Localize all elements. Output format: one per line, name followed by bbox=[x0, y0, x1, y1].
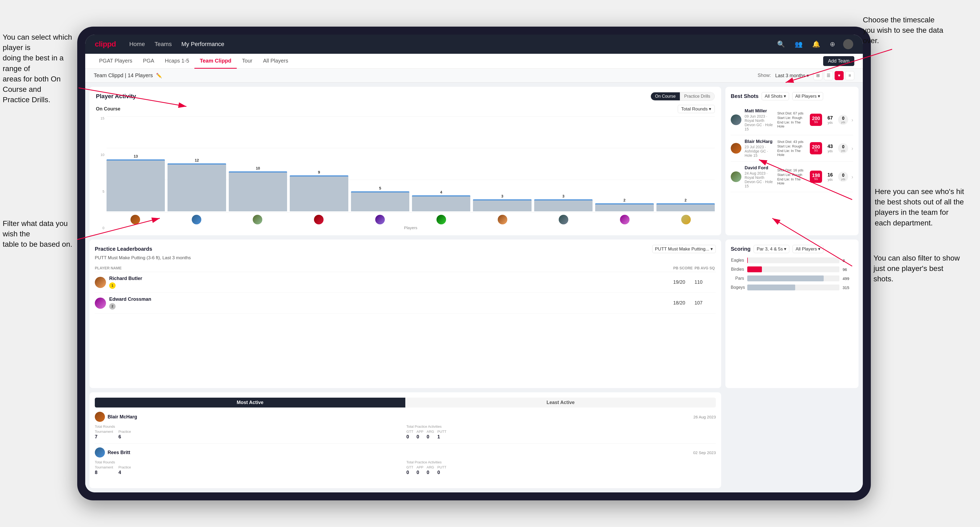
total-rounds-dropdown[interactable]: Total Rounds ▾ bbox=[678, 105, 715, 113]
table-view-icon[interactable]: ≡ bbox=[845, 71, 854, 80]
gtt-label: GTT bbox=[406, 430, 413, 433]
putt-value: 1 bbox=[437, 434, 446, 440]
most-active-button[interactable]: Most Active bbox=[95, 398, 405, 408]
practice-drills-toggle[interactable]: Practice Drills bbox=[680, 92, 714, 100]
birdies-label: Birdies bbox=[731, 267, 744, 272]
practice-avatar-1 bbox=[95, 277, 106, 288]
chevron-right-icon-3[interactable]: › bbox=[851, 174, 853, 180]
shot-player-name-1: Matt Miller bbox=[745, 108, 774, 114]
practice-values-2: GTT 0 APP 0 ARG 0 bbox=[406, 465, 716, 475]
arg-stat-2: ARG 0 bbox=[426, 465, 434, 475]
player-name-rank-1: Richard Butler 1 bbox=[109, 276, 142, 289]
all-shots-filter[interactable]: All Shots ▾ bbox=[762, 92, 789, 100]
shot-avatar-blair-mcharg bbox=[731, 143, 741, 154]
tab-tour[interactable]: Tour bbox=[237, 54, 258, 69]
show-label: Show: bbox=[757, 73, 771, 78]
y-label-10: 10 bbox=[101, 153, 104, 157]
shot-item-2[interactable]: Blair McHarg 23 Jul 2023 · Ashridge GC ·… bbox=[731, 135, 853, 162]
add-team-button[interactable]: Add Team bbox=[823, 56, 854, 66]
scoring-filter-par[interactable]: Par 3, 4 & 5s ▾ bbox=[754, 245, 789, 253]
eagles-label: Eagles bbox=[731, 258, 744, 263]
active-date-blair: 26 Aug 2023 bbox=[694, 415, 716, 419]
tournament-value: 7 bbox=[95, 434, 113, 440]
active-avatar-rees bbox=[95, 448, 105, 457]
shot-player-info-3: David Ford 24 Aug 2023 · Royal North Dev… bbox=[745, 165, 774, 188]
bars-row: 13 12 bbox=[107, 116, 715, 213]
team-header: Team Clippd | 14 Players ✏️ Show: Last 3… bbox=[85, 69, 863, 83]
activity-sub-header: On Course Total Rounds ▾ bbox=[96, 105, 715, 113]
tablet-frame: clippd Home Teams My Performance 🔍 👥 🔔 ⊕… bbox=[77, 27, 871, 500]
player-avatar-3 bbox=[253, 215, 262, 224]
active-stats-rees: Total Rounds Tournament 8 Practice 4 bbox=[95, 460, 716, 475]
shot-item-3[interactable]: David Ford 24 Aug 2023 · Royal North Dev… bbox=[731, 162, 853, 192]
avatar-container-5 bbox=[351, 215, 409, 224]
active-toggle-group: Most Active Least Active bbox=[95, 398, 716, 408]
tab-pga[interactable]: PGA bbox=[138, 54, 159, 69]
nav-link-teams[interactable]: Teams bbox=[154, 40, 172, 49]
shot-item-1[interactable]: Matt Miller 09 Jun 2023 · Royal North De… bbox=[731, 105, 853, 135]
annotation-left-bottom: Filter what data you wish thetable to be… bbox=[3, 218, 80, 250]
grid-view-icon[interactable]: ⊞ bbox=[813, 71, 822, 80]
active-avatar-blair bbox=[95, 412, 105, 422]
avatar-container-8 bbox=[535, 215, 593, 224]
tab-all-players[interactable]: All Players bbox=[258, 54, 293, 69]
scoring-filter-players[interactable]: All Players ▾ bbox=[792, 245, 823, 253]
bar-fill-2 bbox=[167, 163, 226, 211]
list-view-icon[interactable]: ☰ bbox=[824, 71, 833, 80]
col-pb-score: PB SCORE bbox=[673, 266, 695, 270]
active-date-rees: 02 Sep 2023 bbox=[693, 450, 716, 455]
practice-label: Practice bbox=[119, 430, 131, 433]
practice-player-name-1: Richard Butler bbox=[109, 276, 142, 281]
pars-bar-fill bbox=[747, 275, 824, 281]
player-avatar-7 bbox=[498, 215, 508, 224]
bar-d-ford: 10 bbox=[229, 166, 287, 211]
pb-avg-2: 107 bbox=[695, 300, 716, 306]
app-stat: APP 0 bbox=[417, 430, 423, 440]
avatar-container-3 bbox=[229, 215, 286, 224]
scoring-bars: Eagles 3 Birdies 96 bbox=[731, 257, 853, 383]
eagles-count: 3 bbox=[843, 258, 853, 263]
tournament-stat-2: Tournament 8 bbox=[95, 465, 113, 475]
tab-pgat-players[interactable]: PGAT Players bbox=[94, 54, 138, 69]
on-course-toggle[interactable]: On Course bbox=[651, 92, 680, 100]
scoring-header: Scoring Par 3, 4 & 5s ▾ All Players ▾ bbox=[731, 245, 853, 253]
shot-player-info-2: Blair McHarg 23 Jul 2023 · Ashridge GC ·… bbox=[745, 139, 774, 157]
score-row-eagles: Eagles 3 bbox=[731, 257, 853, 263]
plus-circle-icon[interactable]: ⊕ bbox=[828, 39, 837, 49]
avatar[interactable] bbox=[843, 39, 853, 49]
y-label-15: 15 bbox=[101, 116, 104, 120]
nav-link-my-performance[interactable]: My Performance bbox=[181, 40, 224, 49]
avatar-container-10 bbox=[657, 215, 715, 224]
tab-team-clippd[interactable]: Team Clippd bbox=[194, 54, 237, 69]
practice-filter-dropdown[interactable]: PUTT Must Make Putting... ▾ bbox=[652, 245, 716, 253]
least-active-button[interactable]: Least Active bbox=[405, 398, 716, 408]
total-practice-label: Total Practice Activities bbox=[406, 424, 716, 429]
shot-stat-1: 67 yds bbox=[827, 115, 833, 125]
tab-hcaps[interactable]: Hcaps 1-5 bbox=[159, 54, 194, 69]
active-stats-blair: Total Rounds Tournament 7 Practice 6 bbox=[95, 424, 716, 440]
time-filter-dropdown[interactable]: Last 3 months ▾ bbox=[775, 73, 809, 78]
shot-player-name-2: Blair McHarg bbox=[745, 139, 774, 144]
annotation-left-top: You can select which player isdoing the … bbox=[3, 32, 80, 105]
nav-link-home[interactable]: Home bbox=[129, 40, 145, 49]
chevron-right-icon-1[interactable]: › bbox=[851, 117, 853, 123]
users-icon[interactable]: 👥 bbox=[793, 39, 804, 49]
app-label: APP bbox=[417, 430, 423, 433]
bogeys-bar-fill bbox=[747, 284, 795, 290]
all-players-filter-shots[interactable]: All Players ▾ bbox=[792, 92, 823, 100]
search-icon[interactable]: 🔍 bbox=[775, 39, 787, 49]
rank-badge-gold-1: 1 bbox=[109, 283, 116, 289]
best-shots-card: Best Shots All Shots ▾ All Players ▾ Mat… bbox=[725, 87, 859, 235]
heart-view-icon[interactable]: ♥ bbox=[835, 71, 844, 80]
gtt-value: 0 bbox=[406, 434, 413, 440]
arg-stat: ARG 0 bbox=[426, 430, 434, 440]
avatar-container-2 bbox=[168, 215, 225, 224]
most-active-card: Most Active Least Active Blair McHarg 26… bbox=[89, 392, 721, 488]
practice-sub-label: PUTT Must Make Putting (3-6 ft), Last 3 … bbox=[95, 255, 716, 260]
total-rounds-section: Total Rounds Tournament 7 Practice 6 bbox=[95, 424, 404, 440]
nav-links: Home Teams My Performance bbox=[129, 40, 775, 49]
notifications-icon[interactable]: 🔔 bbox=[811, 39, 822, 49]
birdies-bar-fill bbox=[747, 267, 762, 272]
edit-icon[interactable]: ✏️ bbox=[156, 73, 162, 78]
chevron-right-icon-2[interactable]: › bbox=[851, 145, 853, 151]
